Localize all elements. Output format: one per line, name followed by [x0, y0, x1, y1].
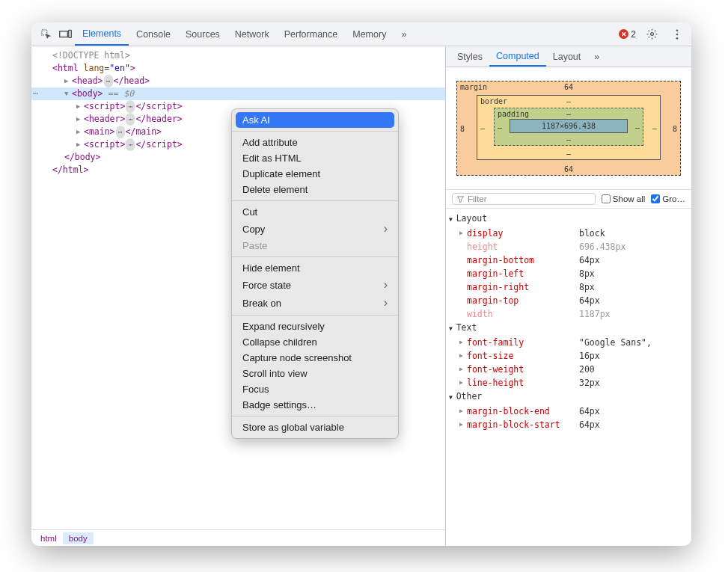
prop-margin-block-start[interactable]: margin-block-start64px [449, 418, 691, 431]
computed-props[interactable]: Layout displayblock height696.438px marg… [446, 209, 691, 546]
prop-line-height[interactable]: line-height32px [449, 376, 691, 390]
menu-cut[interactable]: Cut [232, 204, 398, 220]
svg-point-6 [676, 37, 679, 39]
bm-margin[interactable]: margin 64 64 8 8 border – – – – paddin [456, 81, 681, 176]
prop-margin-left[interactable]: margin-left8px [449, 267, 691, 280]
menu-break-on[interactable]: Break on [232, 294, 398, 312]
device-icon[interactable] [55, 25, 75, 44]
subtab-more[interactable]: » [587, 46, 606, 67]
bm-border-label: border [480, 97, 507, 105]
subtab-layout[interactable]: Layout [546, 46, 588, 67]
devtools-window: Elements Console Sources Network Perform… [31, 22, 691, 546]
bm-padding-left: – [498, 123, 502, 131]
tab-console[interactable]: Console [129, 22, 178, 46]
prop-font-size[interactable]: font-size16px [449, 349, 691, 363]
inspect-icon[interactable] [36, 25, 55, 44]
group-layout: Layout displayblock height696.438px marg… [446, 212, 691, 321]
menu-sep [232, 416, 398, 416]
tab-memory[interactable]: Memory [345, 22, 394, 46]
prop-margin-top[interactable]: margin-top64px [449, 294, 691, 307]
tab-elements[interactable]: Elements [75, 22, 129, 46]
menu-focus[interactable]: Focus [232, 381, 398, 397]
breadcrumb: html body [31, 529, 445, 546]
menu-edit-html[interactable]: Edit as HTML [232, 150, 398, 166]
menu-expand[interactable]: Expand recursively [232, 319, 398, 334]
prop-margin-block-end[interactable]: margin-block-end64px [449, 405, 691, 418]
bm-margin-top: 64 [513, 83, 625, 91]
dom-html-open[interactable]: <html lang="en"> [31, 62, 445, 75]
gear-icon[interactable] [642, 25, 661, 44]
menu-sep [232, 256, 398, 257]
subtab-styles[interactable]: Styles [450, 46, 489, 67]
group-label: Gro… [662, 194, 685, 203]
menu-sep [232, 315, 398, 316]
show-all-label: Show all [613, 194, 645, 203]
error-count[interactable]: ✕ 2 [619, 29, 636, 40]
dom-head[interactable]: <head>⋯</head> [31, 75, 445, 87]
filter-row: Filter Show all Gro… [446, 189, 691, 209]
menu-hide[interactable]: Hide element [232, 260, 398, 276]
bm-padding-right: – [635, 123, 640, 131]
menu-ask-ai[interactable]: Ask AI [236, 112, 394, 128]
prop-height[interactable]: height696.438px [449, 240, 691, 253]
menu-sep [232, 200, 398, 201]
menu-store-global[interactable]: Store as global variable [232, 419, 398, 435]
menu-paste: Paste [232, 238, 398, 253]
bm-margin-right: 8 [673, 124, 677, 132]
bm-padding[interactable]: padding – – – – 1187×696.438 [494, 108, 643, 146]
menu-delete[interactable]: Delete element [232, 182, 398, 197]
menu-add-attribute[interactable]: Add attribute [232, 135, 398, 150]
bm-border[interactable]: border – – – – padding – – – – 11 [477, 95, 661, 160]
group-text-title[interactable]: Text [449, 321, 691, 336]
toolbar-right: ✕ 2 [619, 25, 687, 44]
prop-display[interactable]: displayblock [449, 227, 691, 240]
prop-font-family[interactable]: font-family"Google Sans", [449, 336, 691, 349]
bm-content[interactable]: 1187×696.438 [510, 119, 628, 133]
menu-collapse[interactable]: Collapse children [232, 334, 398, 350]
tab-more[interactable]: » [394, 22, 414, 46]
crumb-body[interactable]: body [63, 532, 94, 544]
crumb-html[interactable]: html [34, 532, 63, 544]
menu-duplicate[interactable]: Duplicate element [232, 166, 398, 182]
group-other-title[interactable]: Other [449, 390, 691, 405]
group-checkbox[interactable]: Gro… [651, 194, 685, 203]
prop-margin-right[interactable]: margin-right8px [449, 280, 691, 294]
prop-width[interactable]: width1187px [449, 307, 691, 321]
bm-border-bottom: – [523, 150, 614, 158]
svg-point-3 [650, 33, 653, 36]
bm-margin-left: 8 [460, 124, 465, 132]
styles-sidebar: Styles Computed Layout » margin 64 64 8 … [446, 46, 691, 546]
filter-placeholder: Filter [468, 194, 487, 203]
box-model[interactable]: margin 64 64 8 8 border – – – – paddin [446, 67, 691, 189]
show-all-checkbox[interactable]: Show all [602, 194, 645, 203]
dom-body-selected[interactable]: <body> == $0 [31, 87, 445, 100]
filter-icon [456, 195, 465, 203]
menu-capture[interactable]: Capture node screenshot [232, 350, 398, 366]
filter-input[interactable]: Filter [452, 193, 596, 205]
prop-margin-bottom[interactable]: margin-bottom64px [449, 253, 691, 267]
svg-point-5 [676, 33, 679, 35]
menu-scroll[interactable]: Scroll into view [232, 366, 398, 381]
group-layout-title[interactable]: Layout [449, 212, 691, 227]
menu-badge[interactable]: Badge settings… [232, 397, 398, 413]
svg-rect-2 [68, 30, 71, 37]
bm-padding-label: padding [498, 110, 529, 118]
error-count-value: 2 [631, 29, 636, 40]
bm-padding-bottom: – [532, 135, 606, 144]
subtab-computed[interactable]: Computed [489, 46, 546, 67]
svg-rect-1 [59, 31, 67, 37]
bm-border-left: – [480, 123, 485, 132]
group-text: Text font-family"Google Sans", font-size… [446, 321, 691, 390]
prop-font-weight[interactable]: font-weight200 [449, 363, 691, 376]
tab-performance[interactable]: Performance [277, 22, 346, 46]
panel-tabs: Elements Console Sources Network Perform… [75, 22, 414, 46]
menu-copy[interactable]: Copy [232, 220, 398, 238]
tab-sources[interactable]: Sources [178, 22, 227, 46]
menu-force-state[interactable]: Force state [232, 276, 398, 294]
more-vert-icon[interactable] [667, 25, 687, 44]
dom-doctype[interactable]: <!DOCTYPE html> [31, 49, 445, 62]
group-other: Other margin-block-end64px margin-block-… [446, 390, 691, 431]
bm-border-right: – [652, 123, 657, 132]
bm-margin-bottom: 64 [513, 165, 625, 173]
tab-network[interactable]: Network [227, 22, 277, 46]
